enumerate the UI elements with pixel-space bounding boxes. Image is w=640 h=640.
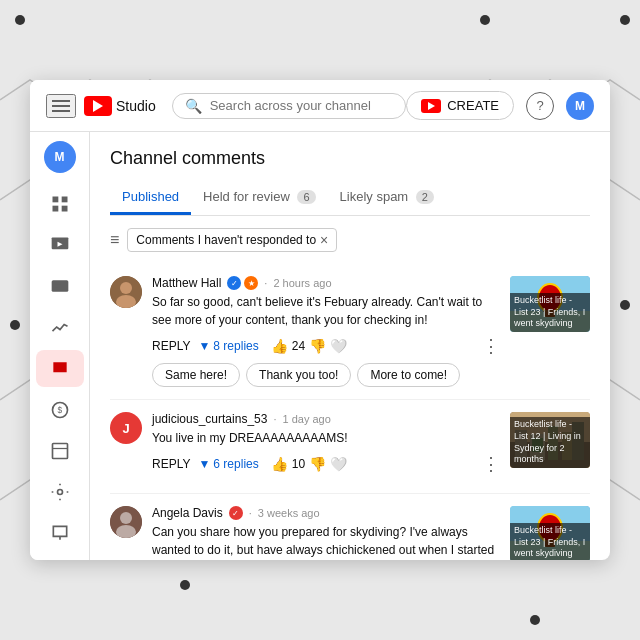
create-label: CREATE bbox=[447, 98, 499, 113]
comment-2-body: judicious_curtains_53 · 1 day ago You li… bbox=[152, 412, 500, 481]
comment-1-quick-replies: Same here! Thank you too! More to come! bbox=[152, 363, 500, 387]
quick-reply-thankyou[interactable]: Thank you too! bbox=[246, 363, 351, 387]
comment-3-thumbnail[interactable]: Bucketlist life - List 23 | Friends, I w… bbox=[510, 506, 590, 560]
search-bar[interactable]: 🔍 bbox=[172, 93, 407, 119]
comment-1-header: Matthew Hall ✓ ★ · 2 hours ago bbox=[152, 276, 500, 290]
comment-2-header: judicious_curtains_53 · 1 day ago bbox=[152, 412, 500, 426]
comment-2-replies-btn[interactable]: ▼ 6 replies bbox=[198, 457, 258, 471]
comment-1-author: Matthew Hall bbox=[152, 276, 221, 290]
comment-1-thumbnail[interactable]: Bucketlist life - List 23 | Friends, I w… bbox=[510, 276, 590, 332]
svg-point-13 bbox=[57, 490, 62, 495]
sidebar-item-subtitles[interactable] bbox=[36, 268, 84, 305]
comment-2-dislike-btn[interactable]: 👎 bbox=[309, 456, 326, 472]
sidebar-item-content[interactable] bbox=[36, 226, 84, 263]
comment-2-like-count: 10 bbox=[292, 457, 305, 471]
tabs-bar: Published Held for review 6 Likely spam … bbox=[110, 181, 590, 216]
comment-1-avatar bbox=[110, 276, 142, 308]
comment-3-dot: · bbox=[249, 507, 252, 519]
comment-2-dot: · bbox=[273, 413, 276, 425]
comment-item-3: Angela Davis ✓ · 3 weeks ago Can you sha… bbox=[110, 494, 590, 560]
svg-point-33 bbox=[120, 512, 132, 524]
channel-avatar: M bbox=[44, 141, 76, 173]
badge-member2-icon: ✓ bbox=[229, 506, 243, 520]
subtitles-icon bbox=[50, 276, 70, 296]
quick-reply-more[interactable]: More to come! bbox=[357, 363, 460, 387]
quick-reply-same[interactable]: Same here! bbox=[152, 363, 240, 387]
search-icon: 🔍 bbox=[185, 98, 202, 114]
comment-1-time: 2 hours ago bbox=[273, 277, 331, 289]
svg-rect-3 bbox=[61, 205, 67, 211]
spam-badge: 2 bbox=[416, 190, 434, 204]
search-input[interactable] bbox=[210, 98, 394, 113]
comment-1-dislike-btn[interactable]: 👎 bbox=[309, 338, 326, 354]
svg-text:$: $ bbox=[57, 405, 62, 415]
main-content: Channel comments Published Held for revi… bbox=[90, 132, 610, 560]
avatar-image-1 bbox=[110, 276, 142, 308]
filter-chip-close[interactable]: × bbox=[320, 233, 328, 247]
page-title: Channel comments bbox=[110, 148, 590, 169]
comments-icon bbox=[50, 359, 70, 379]
comment-1-badges: ✓ ★ bbox=[227, 276, 258, 290]
svg-point-15 bbox=[120, 282, 132, 294]
comment-3-body: Angela Davis ✓ · 3 weeks ago Can you sha… bbox=[152, 506, 500, 560]
comment-2-reply-btn[interactable]: REPLY bbox=[152, 453, 190, 475]
content-area: M $ bbox=[30, 132, 610, 560]
comment-1-like-btn[interactable]: 👍 bbox=[271, 338, 288, 354]
tab-published[interactable]: Published bbox=[110, 181, 191, 215]
sidebar-item-avatar[interactable]: M bbox=[36, 140, 84, 177]
sidebar-item-analytics[interactable] bbox=[36, 309, 84, 346]
account-avatar[interactable]: M bbox=[566, 92, 594, 120]
comment-2-heart-btn[interactable]: 🤍 bbox=[330, 456, 347, 472]
comment-1-heart-btn[interactable]: 🤍 bbox=[330, 338, 347, 354]
monetization-icon: $ bbox=[50, 400, 70, 420]
comment-1-text: So far so good, can't believe it's Febua… bbox=[152, 293, 500, 329]
studio-label: Studio bbox=[116, 98, 156, 114]
sidebar-item-settings[interactable] bbox=[36, 474, 84, 511]
svg-rect-1 bbox=[61, 196, 67, 202]
held-badge: 6 bbox=[297, 190, 315, 204]
content-icon bbox=[50, 235, 70, 255]
comment-1-reply-btn[interactable]: REPLY bbox=[152, 335, 190, 357]
tab-spam[interactable]: Likely spam 2 bbox=[328, 181, 446, 215]
customization-icon bbox=[50, 441, 70, 461]
comment-2-like-btn[interactable]: 👍 bbox=[271, 456, 288, 472]
sidebar-item-comments[interactable] bbox=[36, 350, 84, 387]
comment-3-avatar bbox=[110, 506, 142, 538]
help-label: ? bbox=[536, 98, 543, 113]
avatar-image-3 bbox=[110, 506, 142, 538]
svg-rect-0 bbox=[52, 196, 58, 202]
comment-3-header: Angela Davis ✓ · 3 weeks ago bbox=[152, 506, 500, 520]
sidebar-item-feedback[interactable] bbox=[36, 515, 84, 552]
comment-2-like-group: 👍 10 👎 🤍 bbox=[271, 456, 347, 472]
sidebar-item-dashboard[interactable] bbox=[36, 185, 84, 222]
sidebar-item-monetization[interactable]: $ bbox=[36, 391, 84, 428]
comment-1-dot: · bbox=[264, 277, 267, 289]
filter-icon: ≡ bbox=[110, 231, 119, 249]
hamburger-button[interactable] bbox=[46, 94, 76, 118]
comment-2-thumbnail[interactable]: Bucketlist life - List 12 | Living in Sy… bbox=[510, 412, 590, 468]
dashboard-icon bbox=[50, 194, 70, 214]
main-window: Studio 🔍 CREATE ? M M bbox=[30, 80, 610, 560]
sidebar-item-customization[interactable] bbox=[36, 432, 84, 469]
comment-2-more-btn[interactable]: ⋮ bbox=[482, 455, 500, 473]
comment-1-more-btn[interactable]: ⋮ bbox=[482, 337, 500, 355]
filter-chip-label: Comments I haven't responded to bbox=[136, 233, 316, 247]
svg-rect-6 bbox=[51, 280, 68, 292]
comment-2-thumbnail-title: Bucketlist life - List 12 | Living in Sy… bbox=[510, 417, 590, 468]
comment-3-author: Angela Davis bbox=[152, 506, 223, 520]
comment-2-text: You live in my DREAAAAAAAAAMS! bbox=[152, 429, 500, 447]
create-button[interactable]: CREATE bbox=[406, 91, 514, 120]
feedback-icon bbox=[50, 523, 70, 543]
tab-held[interactable]: Held for review 6 bbox=[191, 181, 327, 215]
comment-3-time: 3 weeks ago bbox=[258, 507, 320, 519]
comment-1-thumbnail-title: Bucketlist life - List 23 | Friends, I w… bbox=[510, 293, 590, 332]
svg-rect-2 bbox=[52, 205, 58, 211]
top-nav: Studio 🔍 CREATE ? M bbox=[30, 80, 610, 132]
comment-1-actions: REPLY ▼ 8 replies 👍 24 👎 🤍 ⋮ bbox=[152, 335, 500, 357]
badge-super-icon: ★ bbox=[244, 276, 258, 290]
comment-1-like-group: 👍 24 👎 🤍 bbox=[271, 338, 347, 354]
logo: Studio bbox=[84, 96, 156, 116]
comment-1-replies-btn[interactable]: ▼ 8 replies bbox=[198, 339, 258, 353]
settings-icon bbox=[50, 482, 70, 502]
help-button[interactable]: ? bbox=[526, 92, 554, 120]
